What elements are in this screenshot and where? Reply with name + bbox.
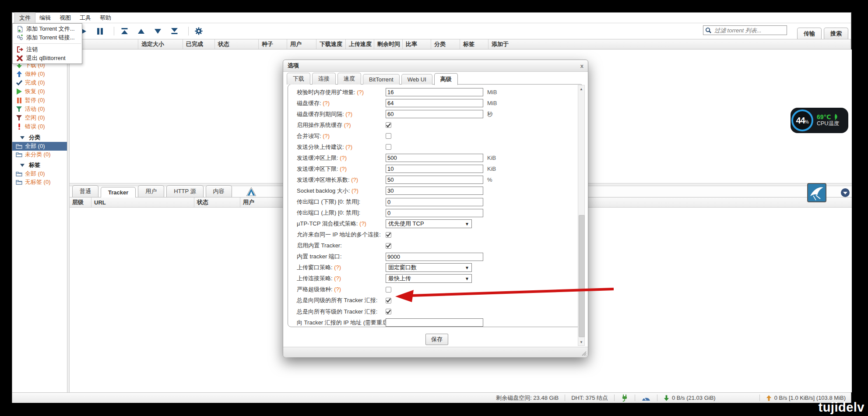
menu-item-3[interactable]: 工具 (75, 13, 95, 23)
help-link[interactable]: (?) (334, 264, 341, 271)
cpu-temperature-widget[interactable]: 44 % 69℃ CPU温度 (791, 108, 848, 133)
settings-checkbox[interactable] (386, 243, 391, 249)
settings-checkbox[interactable] (386, 133, 391, 139)
settings-input[interactable] (386, 110, 483, 118)
dialog-title-bar[interactable]: 选项 x (283, 60, 588, 72)
tab-搜索[interactable]: 搜索 (824, 28, 848, 39)
speed-limits-icon[interactable] (641, 395, 651, 401)
sidebar-category-全部[interactable]: 全部 (0) (12, 142, 67, 151)
sidebar-item-活动[interactable]: 活动 (0) (12, 105, 67, 113)
column-分类[interactable]: 分类 (431, 39, 460, 49)
help-link[interactable]: (?) (359, 220, 366, 227)
column-已完成[interactable]: 已完成 (183, 39, 215, 49)
help-link[interactable]: (?) (334, 286, 341, 293)
file-menu-item[interactable]: 添加 Torrent 文件... (13, 25, 82, 33)
settings-input[interactable] (386, 88, 483, 96)
sidebar-header-category[interactable]: 分类 (12, 133, 67, 142)
scroll-up-icon[interactable]: ▲ (579, 86, 584, 92)
column-剩余时间[interactable]: 剩余时间 (374, 39, 403, 49)
help-link[interactable]: (?) (323, 100, 330, 106)
options-tab-BitTorrent[interactable]: BitTorrent (363, 74, 400, 85)
file-menu-item[interactable]: 添加 Torrent 链接... (13, 33, 82, 42)
settings-input[interactable] (386, 154, 483, 162)
save-button[interactable]: 保存 (425, 334, 448, 345)
gear-button[interactable] (193, 26, 204, 36)
help-link[interactable]: (?) (351, 176, 358, 183)
column-下载速度[interactable]: 下载速度 (316, 39, 346, 49)
help-link[interactable]: (?) (345, 111, 352, 117)
settings-checkbox[interactable] (386, 309, 391, 314)
scrollbar-thumb[interactable] (579, 215, 585, 337)
settings-checkbox[interactable] (386, 144, 391, 150)
detail-tab-用户[interactable]: 用户 (138, 185, 164, 197)
help-link[interactable]: (?) (334, 275, 341, 282)
sidebar-item-错误[interactable]: 错误 (0) (12, 122, 67, 131)
options-tab-Web UI[interactable]: Web UI (401, 74, 432, 85)
sidebar-item-做种[interactable]: 做种 (0) (12, 70, 67, 78)
sidebar-category-未分类[interactable]: 未分类 (0) (12, 150, 67, 159)
close-icon[interactable]: x (580, 63, 583, 69)
menu-item-2[interactable]: 视图 (55, 13, 75, 23)
help-link[interactable]: (?) (345, 144, 352, 150)
column-添加于[interactable]: 添加于 (488, 39, 851, 49)
tracker-column-层级[interactable]: 层级 (70, 197, 91, 207)
settings-input[interactable] (386, 99, 483, 107)
column-状态[interactable]: 状态 (215, 39, 259, 49)
settings-input[interactable] (386, 165, 483, 173)
file-menu-item[interactable]: 退出 qBittorrent (13, 54, 82, 63)
settings-input[interactable] (386, 318, 483, 327)
tracker-column-状态[interactable]: 状态 (194, 197, 240, 207)
detail-tab-Tracker[interactable]: Tracker (101, 187, 136, 197)
settings-input[interactable] (386, 209, 483, 217)
options-tab-高级[interactable]: 高级 (434, 73, 458, 85)
settings-input[interactable] (386, 198, 483, 206)
detail-tab-普通[interactable]: 普通 (72, 185, 98, 197)
detail-tab-HTTP 源[interactable]: HTTP 源 (166, 185, 203, 197)
column-用户[interactable]: 用户 (287, 39, 316, 49)
help-link[interactable]: (?) (323, 133, 330, 139)
settings-select[interactable]: 固定窗口数▼ (386, 263, 472, 272)
options-tab-连接[interactable]: 连接 (312, 73, 336, 85)
move-up-button[interactable] (136, 26, 146, 36)
column-标签[interactable]: 标签 (460, 39, 488, 49)
settings-checkbox[interactable] (386, 122, 391, 128)
swallow-extension-icon[interactable] (807, 183, 826, 202)
settings-input[interactable] (386, 253, 483, 261)
menu-file[interactable]: 文件 (15, 13, 35, 23)
settings-input[interactable] (386, 176, 483, 184)
sidebar-item-暂停[interactable]: 暂停 (0) (12, 96, 67, 105)
tab-传输[interactable]: 传输 (797, 28, 822, 39)
settings-checkbox[interactable] (386, 298, 391, 303)
detail-tab-内容[interactable]: 内容 (206, 185, 232, 197)
column-比率[interactable]: 比率 (403, 39, 431, 49)
column-选定大小[interactable]: 选定大小 (138, 39, 183, 49)
column-种子[interactable]: 种子 (259, 39, 287, 49)
sidebar-tag-无标签[interactable]: 无标签 (0) (12, 178, 67, 187)
help-link[interactable]: (?) (344, 122, 351, 128)
tracker-column-URL[interactable]: URL (91, 197, 194, 207)
help-link[interactable]: (?) (340, 155, 347, 161)
settings-checkbox[interactable] (386, 287, 391, 293)
file-menu-item[interactable]: 注销 (13, 45, 82, 54)
column-上传速度[interactable]: 上传速度 (346, 39, 374, 49)
resize-handle[interactable] (581, 351, 587, 356)
pause-button[interactable] (95, 26, 105, 36)
connection-status-icon[interactable] (621, 394, 629, 402)
dialog-scrollbar[interactable]: ▲ ▼ (578, 85, 585, 346)
filter-input[interactable] (713, 27, 787, 34)
move-top-button[interactable] (119, 26, 130, 36)
help-link[interactable]: (?) (357, 89, 364, 95)
menu-item-1[interactable]: 编辑 (35, 13, 55, 23)
settings-input[interactable] (386, 187, 483, 195)
options-tab-下载[interactable]: 下载 (287, 73, 310, 85)
sidebar-item-空闲[interactable]: 空闲 (0) (12, 113, 67, 122)
settings-checkbox[interactable] (386, 232, 391, 238)
move-bottom-button[interactable] (169, 26, 179, 36)
settings-select[interactable]: 优先使用 TCP▼ (386, 219, 472, 228)
sidebar-item-恢复[interactable]: 恢复 (0) (12, 87, 67, 96)
settings-select[interactable]: 最快上传▼ (386, 274, 472, 283)
help-link[interactable]: (?) (351, 187, 358, 194)
options-tab-速度[interactable]: 速度 (337, 73, 361, 85)
sidebar-item-完成[interactable]: 完成 (0) (12, 78, 67, 87)
sidebar-header-tag[interactable]: 标签 (12, 161, 67, 169)
